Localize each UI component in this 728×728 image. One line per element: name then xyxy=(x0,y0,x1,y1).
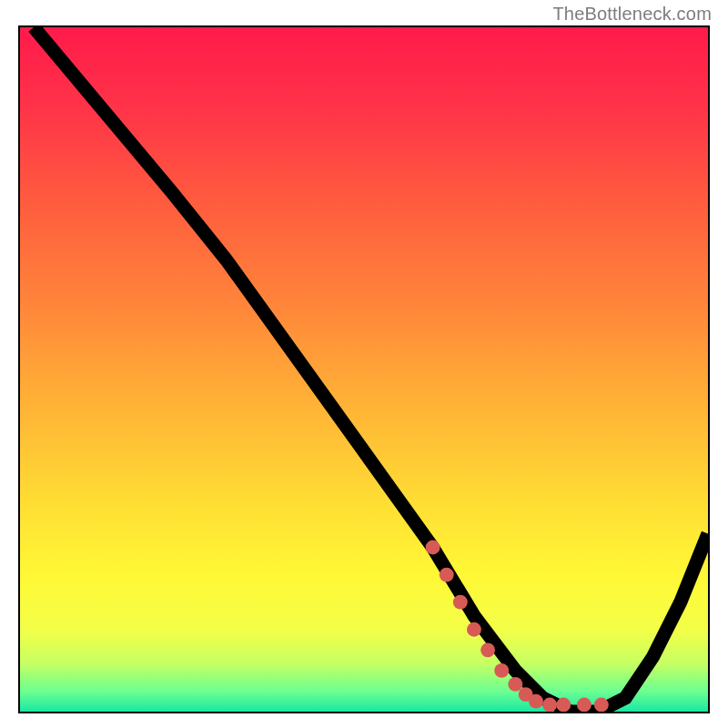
chart-svg xyxy=(20,27,708,712)
chart-container: TheBottleneck.com xyxy=(0,0,728,728)
plot-area xyxy=(18,25,710,713)
highlight-marker xyxy=(594,698,609,712)
highlight-marker xyxy=(508,677,522,692)
highlight-marker xyxy=(440,568,454,582)
highlight-marker xyxy=(577,698,592,712)
highlight-marker xyxy=(556,698,571,712)
highlight-marker xyxy=(453,595,468,610)
highlight-markers xyxy=(426,541,609,712)
bottleneck-curve xyxy=(34,27,708,712)
highlight-marker xyxy=(426,541,440,555)
highlight-marker xyxy=(480,642,495,657)
highlight-marker xyxy=(542,698,557,712)
highlight-marker xyxy=(494,663,509,678)
highlight-marker xyxy=(529,694,543,709)
watermark-text: TheBottleneck.com xyxy=(552,4,712,25)
highlight-marker xyxy=(467,622,481,637)
